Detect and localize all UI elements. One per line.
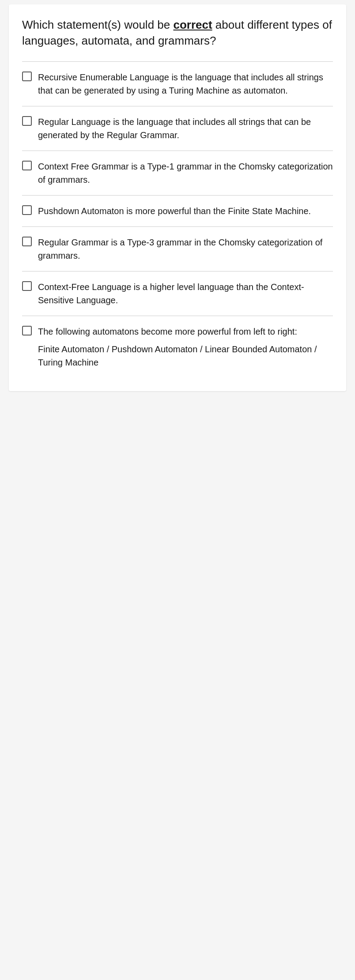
option-2-text: Regular Language is the language that in…	[38, 115, 333, 142]
checkbox-4[interactable]	[22, 205, 32, 215]
option-1-text: Recursive Enumerable Language is the lan…	[38, 71, 333, 97]
quiz-card: Which statement(s) would be correct abou…	[9, 4, 346, 391]
checkbox-2[interactable]	[22, 116, 32, 126]
question-title-bold: correct	[173, 18, 212, 31]
option-6: Context-Free Language is a higher level …	[22, 271, 333, 316]
checkbox-5[interactable]	[22, 237, 32, 246]
checkbox-7[interactable]	[22, 326, 32, 335]
question-title-part1: Which statement(s) would be	[22, 18, 173, 31]
option-4-text: Pushdown Automaton is more powerful than…	[38, 204, 311, 218]
option-7-text: The following automatons become more pow…	[38, 325, 333, 369]
option-2: Regular Language is the language that in…	[22, 106, 333, 151]
checkbox-6[interactable]	[22, 281, 32, 291]
option-5: Regular Grammar is a Type-3 grammar in t…	[22, 227, 333, 271]
option-7-main-text: The following automatons become more pow…	[38, 327, 297, 336]
checkbox-3[interactable]	[22, 161, 32, 170]
option-4: Pushdown Automaton is more powerful than…	[22, 196, 333, 226]
option-6-text: Context-Free Language is a higher level …	[38, 280, 333, 307]
option-3-text: Context Free Grammar is a Type-1 grammar…	[38, 160, 333, 186]
option-3: Context Free Grammar is a Type-1 grammar…	[22, 151, 333, 195]
option-5-text: Regular Grammar is a Type-3 grammar in t…	[38, 236, 333, 262]
checkbox-1[interactable]	[22, 72, 32, 81]
option-7: The following automatons become more pow…	[22, 316, 333, 378]
option-1: Recursive Enumerable Language is the lan…	[22, 62, 333, 106]
option-7-sub-text: Finite Automaton / Pushdown Automaton / …	[38, 343, 333, 369]
page-container: Which statement(s) would be correct abou…	[0, 0, 355, 980]
question-title: Which statement(s) would be correct abou…	[22, 17, 333, 49]
